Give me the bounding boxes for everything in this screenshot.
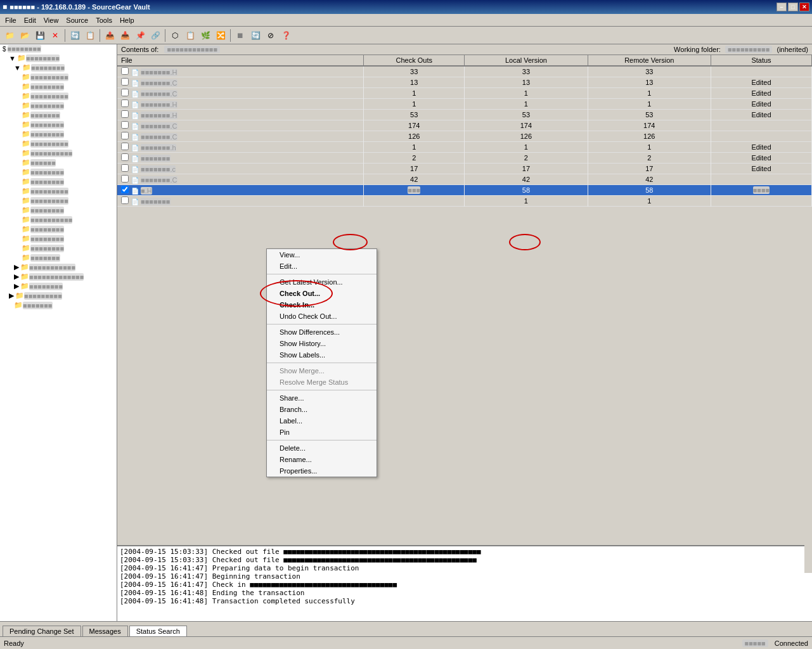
file-checkbox[interactable] [121, 186, 129, 193]
toolbar-link[interactable]: 🔗 [148, 29, 162, 42]
table-row[interactable]: 📄■■■■■■■222Edited [117, 153, 812, 164]
ctx-share[interactable]: Share... [267, 392, 377, 404]
toolbar-checkin[interactable]: 📥 [118, 29, 132, 42]
file-checkbox[interactable] [121, 143, 129, 150]
file-checkbox[interactable] [121, 110, 129, 118]
tree-item-6[interactable]: 📁 ■■■■■■■■ [0, 101, 117, 110]
table-row[interactable]: 📄■■■■■■■.H535353Edited [117, 110, 812, 120]
tab-messages[interactable]: Messages [82, 626, 128, 636]
menu-help[interactable]: Help [116, 15, 138, 25]
ctx-show-diff[interactable]: Show Differences... [267, 326, 377, 338]
tree-item-5[interactable]: 📁 ■■■■■■■■■ [0, 91, 117, 101]
table-row[interactable]: 📄■■■■■■■11 [117, 196, 812, 207]
tree-item-4[interactable]: 📁 ■■■■■■■■ [0, 82, 117, 91]
ctx-view[interactable]: View... [267, 249, 377, 260]
file-checkbox[interactable] [121, 100, 129, 107]
table-row[interactable]: 📄■.H■■■5858■■■■ [117, 185, 812, 196]
ctx-checkin[interactable]: Check In... [267, 299, 377, 311]
ctx-properties[interactable]: Properties... [267, 465, 377, 477]
toolbar-open[interactable]: 📂 [18, 29, 32, 42]
toolbar-help[interactable]: ❓ [279, 29, 293, 42]
tree-item-7[interactable]: 📁 ■■■■■■■ [0, 110, 117, 120]
menu-tools[interactable]: Tools [92, 15, 116, 25]
file-checkbox[interactable] [121, 67, 129, 75]
toolbar-save[interactable]: 💾 [33, 29, 47, 42]
tree-item-8[interactable]: 📁 ■■■■■■■■ [0, 120, 117, 129]
toolbar-checkout[interactable]: 📤 [103, 29, 117, 42]
menu-view[interactable]: View [40, 15, 63, 25]
toolbar-diff[interactable]: ⬡ [168, 29, 182, 42]
toolbar-stop[interactable]: ⏹ [233, 29, 247, 42]
table-row[interactable]: 📄■■■■■■■.C131313Edited [117, 77, 812, 88]
ctx-undo-checkout[interactable]: Undo Check Out... [267, 311, 377, 322]
toolbar-new[interactable]: 📁 [3, 29, 16, 42]
ctx-delete[interactable]: Delete... [267, 442, 377, 454]
table-row[interactable]: 📄■■■■■■■.C111Edited [117, 88, 812, 99]
tree-item-2[interactable]: ▼ 📁 ■■■■■■■■ [0, 63, 117, 72]
menu-edit[interactable]: Edit [20, 15, 40, 25]
col-remote[interactable]: Remote Version [588, 55, 711, 66]
tree-item-10[interactable]: 📁 ■■■■■■■■■ [0, 139, 117, 148]
col-local[interactable]: Local Version [465, 55, 588, 66]
toolbar-refresh[interactable]: 🔄 [68, 29, 82, 42]
ctx-edit[interactable]: Edit... [267, 260, 377, 272]
tree-item-24[interactable]: ▶ 📁 ■■■■■■■■■■■■■ [0, 272, 117, 281]
table-row[interactable]: 📄■■■■■■■.C174174174 [117, 120, 812, 131]
tab-pending[interactable]: Pending Change Set [3, 626, 81, 636]
toolbar-pin[interactable]: 📌 [133, 29, 147, 42]
tree-root[interactable]: $ ■■■■■■■■ [0, 44, 117, 53]
minimize-button[interactable]: – [777, 3, 787, 11]
tree-item-21[interactable]: 📁 ■■■■■■■■ [0, 243, 117, 253]
toolbar-branch[interactable]: 🌿 [198, 29, 212, 42]
tab-status-search[interactable]: Status Search [129, 626, 187, 636]
tree-item-11[interactable]: 📁 ■■■■■■■■■■ [0, 148, 117, 158]
toolbar-cancel[interactable]: ⊘ [264, 29, 278, 42]
tree-item-3[interactable]: 📁 ■■■■■■■■■ [0, 72, 117, 82]
table-row[interactable]: 📄■■■■■■■.H333333 [117, 66, 812, 77]
toolbar-refresh2[interactable]: 🔄 [248, 29, 262, 42]
table-row[interactable]: 📄■■■■■■■.C424242 [117, 174, 812, 185]
tree-item-27[interactable]: 📁 ■■■■■■■ [0, 300, 117, 310]
file-checkbox[interactable] [121, 153, 129, 161]
tree-item-23[interactable]: ▶ 📁 ■■■■■■■■■■■ [0, 262, 117, 272]
ctx-show-labels[interactable]: Show Labels... [267, 349, 377, 361]
table-row[interactable]: 📄■■■■■■■.H111Edited [117, 99, 812, 110]
toolbar-history[interactable]: 📋 [183, 29, 197, 42]
file-checkbox[interactable] [121, 121, 129, 129]
tree-item-14[interactable]: 📁 ■■■■■■■■ [0, 177, 117, 186]
file-checkbox[interactable] [121, 78, 129, 86]
col-checkouts[interactable]: Check Outs [364, 55, 465, 66]
file-checkbox[interactable] [121, 132, 129, 139]
ctx-pin[interactable]: Pin [267, 427, 377, 438]
ctx-get-latest[interactable]: Get Latest Version... [267, 276, 377, 288]
file-checkbox[interactable] [121, 164, 129, 172]
tree-item-26[interactable]: ▶ 📁 ■■■■■■■■■ [0, 291, 117, 300]
table-row[interactable]: 📄■■■■■■■.h111Edited [117, 142, 812, 153]
tree-item-15[interactable]: 📁 ■■■■■■■■■ [0, 186, 117, 196]
tree-item-9[interactable]: 📁 ■■■■■■■■ [0, 129, 117, 139]
ctx-checkout[interactable]: Check Out... [267, 288, 377, 299]
file-checkbox[interactable] [121, 175, 129, 183]
table-row[interactable]: 📄■■■■■■■.c171717Edited [117, 164, 812, 174]
tree-item-16[interactable]: 📁 ■■■■■■■■■ [0, 196, 117, 205]
menu-source[interactable]: Source [62, 15, 92, 25]
ctx-rename[interactable]: Rename... [267, 454, 377, 465]
ctx-show-history[interactable]: Show History... [267, 338, 377, 349]
tree-item-19[interactable]: 📁 ■■■■■■■■ [0, 224, 117, 234]
col-status[interactable]: Status [711, 55, 811, 66]
toolbar-merge[interactable]: 🔀 [214, 29, 228, 42]
tree-item-25[interactable]: ▶ 📁 ■■■■■■■■ [0, 281, 117, 291]
tree-item-1[interactable]: ▼ 📁 ■■■■■■■■ [0, 53, 117, 63]
ctx-branch[interactable]: Branch... [267, 404, 377, 415]
tree-item-17[interactable]: 📁 ■■■■■■■■ [0, 205, 117, 215]
file-checkbox[interactable] [121, 89, 129, 96]
toolbar-copy[interactable]: 📋 [83, 29, 97, 42]
file-checkbox[interactable] [121, 196, 129, 204]
tree-item-13[interactable]: 📁 ■■■■■■■■ [0, 167, 117, 177]
ctx-label[interactable]: Label... [267, 415, 377, 427]
tree-item-22[interactable]: 📁 ■■■■■■■ [0, 253, 117, 262]
restore-button[interactable]: □ [788, 3, 798, 11]
tree-item-12[interactable]: 📁 ■■■■■■ [0, 158, 117, 167]
col-file[interactable]: File [117, 55, 364, 66]
toolbar-delete[interactable]: ✕ [48, 29, 62, 42]
